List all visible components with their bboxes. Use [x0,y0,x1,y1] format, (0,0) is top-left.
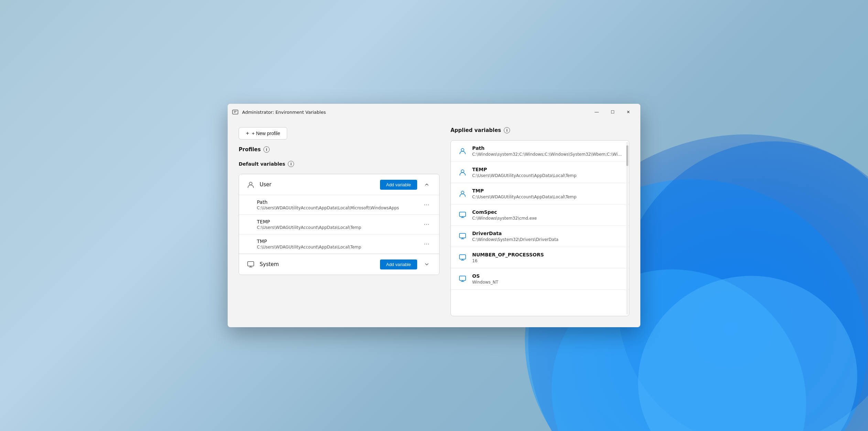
profiles-heading: Profiles i [239,146,440,153]
variable-value: C:\Users\WDAGUtilityAccount\AppData\Loca… [257,225,417,230]
variable-name: TMP [257,239,417,244]
variable-name: Path [257,199,417,205]
svg-rect-7 [234,112,236,113]
variable-info: Path C:\Users\WDAGUtilityAccount\AppData… [257,199,417,210]
window-content: + + New profile Profiles i Default varia… [228,120,640,327]
user-icon [458,146,467,156]
svg-point-10 [461,148,464,151]
plus-icon: + [246,130,249,136]
new-profile-label: + New profile [252,131,280,136]
default-variables-info-icon[interactable]: i [288,161,294,167]
user-icon [458,189,467,198]
variable-more-button[interactable]: ··· [421,199,432,210]
applied-variables-heading: Applied variables i [451,127,629,133]
applied-variables-card: Path C:\Windows\system32;C:\Windows;C:\W… [451,140,629,316]
applied-var-info: NUMBER_OF_PROCESSORS 16 [472,252,622,263]
applied-var-name: OS [472,273,622,279]
system-add-variable-button[interactable]: Add variable [380,259,417,269]
applied-var-value: C:\Users\WDAGUtilityAccount\AppData\Loca… [472,173,622,178]
list-item: NUMBER_OF_PROCESSORS 16 [451,247,629,268]
variable-value: C:\Users\WDAGUtilityAccount\AppData\Loca… [257,206,417,210]
applied-var-name: TEMP [472,167,622,172]
svg-point-4 [615,251,868,431]
right-panel: Applied variables i Path C:\Windows\sy [451,127,629,316]
profiles-heading-text: Profiles [239,146,261,153]
profiles-info-icon[interactable]: i [263,146,270,153]
default-variables-heading: Default variables i [239,161,440,167]
applied-var-info: ComSpec C:\Windows\system32\cmd.exe [472,209,622,221]
system-group-chevron[interactable] [421,259,432,270]
svg-rect-14 [459,233,466,238]
variable-more-button[interactable]: ··· [421,239,432,250]
minimize-button[interactable]: — [589,107,605,118]
variable-value: C:\Users\WDAGUtilityAccount\AppData\Loca… [257,245,417,250]
svg-rect-9 [248,262,254,266]
svg-rect-15 [459,255,466,259]
variable-name: TEMP [257,219,417,224]
svg-point-11 [461,170,464,173]
applied-var-value: Windows_NT [472,280,622,285]
list-item: Path C:\Windows\system32;C:\Windows;C:\W… [451,141,629,162]
app-icon [232,109,239,115]
applied-var-value: C:\Windows\system32\cmd.exe [472,216,622,221]
window-title: Administrator: Environment Variables [242,110,585,115]
applied-var-info: Path C:\Windows\system32;C:\Windows;C:\W… [472,145,622,157]
variables-card: User Add variable Path C:\Users\WDAGUtil… [239,174,440,275]
profiles-section: Profiles i [239,146,440,154]
user-add-variable-button[interactable]: Add variable [380,180,417,190]
applied-variables-text: Applied variables [451,127,501,133]
user-group-chevron[interactable] [421,179,432,190]
system-group-icon [246,259,256,269]
table-row: Path C:\Users\WDAGUtilityAccount\AppData… [239,195,439,214]
default-variables-text: Default variables [239,161,285,167]
list-item: ComSpec C:\Windows\system32\cmd.exe [451,205,629,226]
applied-var-name: DriverData [472,231,622,236]
system-icon [458,274,467,284]
scrollbar-thumb[interactable] [626,145,628,166]
close-button[interactable]: ✕ [620,107,636,118]
default-variables-section: Default variables i [239,161,440,167]
new-profile-button[interactable]: + + New profile [239,127,287,140]
list-item: OS Windows_NT [451,268,629,290]
variable-info: TEMP C:\Users\WDAGUtilityAccount\AppData… [257,219,417,230]
table-row: TMP C:\Users\WDAGUtilityAccount\AppData\… [239,234,439,254]
window-controls: — ☐ ✕ [589,107,636,118]
user-group-icon [246,180,256,189]
system-group-header: System Add variable [239,254,439,275]
maximize-button[interactable]: ☐ [605,107,620,118]
system-icon [458,253,467,262]
applied-var-name: TMP [472,188,622,194]
svg-point-12 [461,191,464,194]
applied-var-value: C:\Windows\System32\Drivers\DriverData [472,237,622,242]
titlebar: Administrator: Environment Variables — ☐… [228,104,640,120]
variable-info: TMP C:\Users\WDAGUtilityAccount\AppData\… [257,239,417,250]
scrollbar-track[interactable] [626,142,628,314]
applied-var-name: ComSpec [472,209,622,215]
left-panel: + + New profile Profiles i Default varia… [239,127,440,316]
applied-var-value: C:\Users\WDAGUtilityAccount\AppData\Loca… [472,195,622,199]
applied-var-info: TMP C:\Users\WDAGUtilityAccount\AppData\… [472,188,622,199]
svg-rect-16 [459,276,466,280]
variable-more-button[interactable]: ··· [421,219,432,230]
user-group-header: User Add variable [239,174,439,195]
svg-point-8 [249,182,252,185]
user-icon [458,167,467,177]
table-row: TEMP C:\Users\WDAGUtilityAccount\AppData… [239,214,439,234]
main-window: Administrator: Environment Variables — ☐… [228,104,640,327]
applied-var-value: 16 [472,258,622,263]
system-group-label: System [260,261,376,267]
applied-var-info: TEMP C:\Users\WDAGUtilityAccount\AppData… [472,167,622,178]
system-icon [458,210,467,220]
applied-var-info: DriverData C:\Windows\System32\Drivers\D… [472,231,622,242]
applied-var-name: NUMBER_OF_PROCESSORS [472,252,622,257]
svg-rect-6 [234,111,237,112]
list-item: TEMP C:\Users\WDAGUtilityAccount\AppData… [451,162,629,183]
list-item: TMP C:\Users\WDAGUtilityAccount\AppData\… [451,183,629,205]
applied-var-value: C:\Windows\system32;C:\Windows;C:\Window… [472,152,622,157]
user-group-label: User [260,181,376,188]
applied-var-info: OS Windows_NT [472,273,622,285]
svg-rect-13 [459,212,466,217]
applied-variables-info-icon[interactable]: i [504,127,510,133]
list-item: DriverData C:\Windows\System32\Drivers\D… [451,226,629,247]
applied-var-name: Path [472,145,622,151]
